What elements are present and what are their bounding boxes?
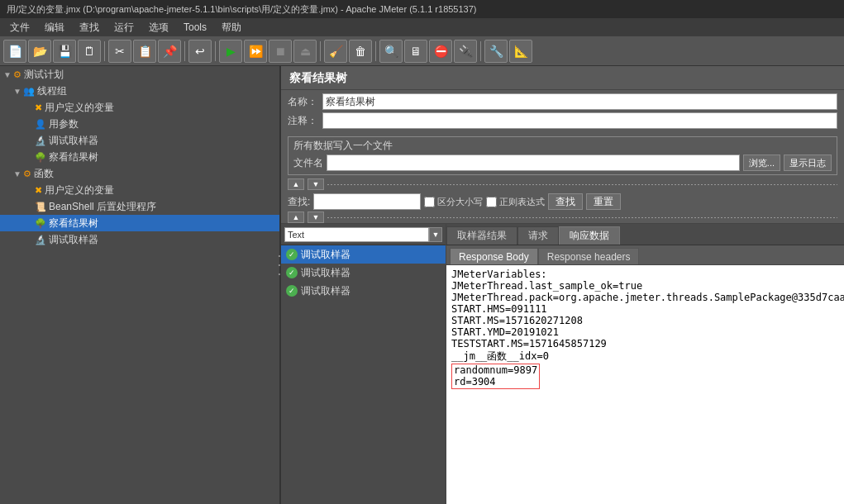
tree-item-uservars2[interactable]: ✖ 用户定义的变量 — [0, 182, 279, 198]
copy-button[interactable]: 📋 — [133, 40, 156, 63]
shutdown-button[interactable]: ⏏ — [293, 40, 317, 63]
right-panel: 察看结果树 名称： 注释： 所有数据写入一个文件 文件名 浏览... 显示日志 — [281, 66, 844, 504]
file-input[interactable] — [327, 155, 740, 171]
tree-item-threadgroup[interactable]: ▼ 👥 线程组 — [0, 83, 279, 99]
sampler-item[interactable]: ✓ 调试取样器 — [281, 245, 446, 264]
bottom-area: ▼ ✓ 调试取样器 ✓ 调试取样器 ✓ 调试取样器 — [281, 223, 844, 504]
title-bar: 用/定义的变量.jmx (D:\program\apache-jmeter-5.… — [0, 0, 844, 18]
sampler-item[interactable]: ✓ 调试取样器 — [281, 282, 446, 300]
tab-sampler-result[interactable]: 取样器结果 — [446, 226, 517, 245]
comment-label: 注释： — [288, 114, 317, 128]
undo-button[interactable]: ↩ — [188, 40, 212, 63]
tab-request[interactable]: 请求 — [517, 226, 559, 245]
tree-label: BeanShell 后置处理程序 — [49, 200, 156, 214]
clear-button[interactable]: 🧹 — [324, 40, 347, 63]
sampler-list: ▼ ✓ 调试取样器 ✓ 调试取样器 ✓ 调试取样器 — [281, 224, 446, 504]
start-no-pause-button[interactable]: ⏩ — [244, 40, 267, 63]
tree-item-testplan[interactable]: ▼ ⚙ 测试计划 — [0, 66, 279, 83]
tabs-bar: 取样器结果 请求 响应数据 — [446, 224, 844, 245]
tree-item-resulttree1[interactable]: 🌳 察看结果树 — [0, 149, 279, 165]
tree-item-param[interactable]: 👤 用参数 — [0, 116, 279, 132]
stop-button[interactable]: ⏹ — [269, 40, 292, 63]
paste-button[interactable]: 📌 — [158, 40, 181, 63]
search-toolbar-button[interactable]: 🔍 — [379, 40, 403, 63]
search-input[interactable] — [313, 193, 421, 210]
name-label: 名称： — [288, 95, 317, 109]
regex-checkbox[interactable] — [486, 197, 497, 207]
tab-response-data[interactable]: 响应数据 — [559, 226, 620, 245]
file-section-title: 所有数据写入一个文件 — [293, 139, 832, 153]
form-section: 名称： 注释： — [281, 90, 844, 135]
sampler-item[interactable]: ✓ 调试取样器 — [281, 264, 446, 282]
response-line: JMeterThread.last_sample_ok=true — [451, 280, 839, 292]
arrow-up-button[interactable]: ▲ — [288, 178, 304, 190]
menu-options[interactable]: 选项 — [142, 19, 175, 36]
comment-input[interactable] — [322, 112, 837, 129]
menu-tools[interactable]: Tools — [177, 20, 213, 35]
menu-run[interactable]: 运行 — [107, 19, 141, 36]
tree-toggle: ▼ — [3, 70, 12, 79]
reset-button[interactable]: 重置 — [586, 193, 621, 210]
open-button[interactable]: 📂 — [28, 40, 51, 63]
sub-tab-response-body[interactable]: Response Body — [450, 248, 538, 264]
menu-help[interactable]: 帮助 — [215, 19, 248, 36]
menu-edit[interactable]: 编辑 — [38, 19, 71, 36]
display-log-button[interactable]: 显示日志 — [784, 155, 832, 171]
dots-divider2 — [327, 217, 837, 218]
response-line: JMeterThread.pack=org.apache.jmeter.thre… — [451, 292, 839, 303]
sub-tab-response-headers[interactable]: Response headers — [538, 248, 640, 264]
template-button[interactable]: 📐 — [509, 40, 532, 63]
panel-header: 察看结果树 — [281, 66, 844, 90]
status-icon: ✓ — [286, 285, 298, 297]
response-line: START.YMD=20191021 — [451, 326, 839, 338]
arrow-up2-button[interactable]: ▲ — [288, 212, 304, 223]
menu-file[interactable]: 文件 — [3, 19, 36, 36]
search-button[interactable]: 查找 — [548, 193, 583, 210]
remote-start-button[interactable]: 🖥 — [404, 40, 427, 63]
title-text: 用/定义的变量.jmx (D:\program\apache-jmeter-5.… — [7, 3, 477, 16]
tree-item-sampler2[interactable]: 🔬 调试取样器 — [0, 231, 279, 248]
tree-item-uservars1[interactable]: ✖ 用户定义的变量 — [0, 99, 279, 116]
tree-label: 用参数 — [49, 117, 79, 131]
browse-button[interactable]: 浏览... — [743, 155, 780, 171]
filter-dropdown[interactable]: ▼ — [429, 227, 442, 242]
status-icon: ✓ — [286, 267, 298, 278]
file-label: 文件名 — [293, 156, 323, 170]
name-input[interactable] — [322, 93, 837, 110]
tree-label: 用户定义的变量 — [45, 183, 114, 197]
search-row: 查找: 区分大小写 正则表达式 查找 重置 — [281, 192, 844, 212]
dots-divider — [327, 184, 837, 185]
name-row: 名称： — [288, 93, 837, 110]
filter-input[interactable] — [284, 227, 429, 242]
remote-shutdown-button[interactable]: 🔌 — [454, 40, 477, 63]
sampler-list-header: ▼ — [281, 224, 446, 245]
function-helper-button[interactable]: 🔧 — [484, 40, 508, 63]
tree-label: 调试取样器 — [49, 134, 98, 148]
result-panel: 取样器结果 请求 响应数据 Response Body Response hea… — [446, 224, 844, 504]
remote-stop-button[interactable]: ⛔ — [429, 40, 452, 63]
response-content[interactable]: JMeterVariables: JMeterThread.last_sampl… — [446, 265, 844, 504]
tree-toggle: ▼ — [13, 169, 21, 178]
main-layout: ▼ ⚙ 测试计划 ▼ 👥 线程组 ✖ 用户定义的变量 👤 用参数 🔬 调试取样器… — [0, 66, 844, 504]
search-label: 查找: — [288, 195, 310, 209]
tree-item-beanshell[interactable]: 📜 BeanShell 后置处理程序 — [0, 198, 279, 215]
tree-item-function[interactable]: ▼ ⚙ 函数 — [0, 165, 279, 182]
tree-item-resulttree2[interactable]: 🌳 察看结果树 — [0, 215, 279, 231]
saveas-button[interactable]: 🗒 — [78, 40, 101, 63]
save-button[interactable]: 💾 — [53, 40, 76, 63]
clear-all-button[interactable]: 🗑 — [349, 40, 372, 63]
arrow-down-button[interactable]: ▼ — [308, 178, 324, 190]
case-sensitive-checkbox[interactable] — [424, 197, 435, 207]
regex-label: 正则表达式 — [486, 196, 545, 208]
menu-search[interactable]: 查找 — [73, 19, 106, 36]
cut-button[interactable]: ✂ — [108, 40, 131, 63]
new-button[interactable]: 📄 — [3, 40, 26, 63]
tree-item-sampler1[interactable]: 🔬 调试取样器 — [0, 132, 279, 149]
sampler-label: 调试取样器 — [301, 284, 350, 298]
arrow-down2-button[interactable]: ▼ — [308, 212, 324, 223]
run-button[interactable]: ▶ — [219, 40, 242, 63]
comment-row: 注释： — [288, 112, 837, 129]
arrow-row: ▲ ▼ — [281, 177, 844, 192]
tree-label: 调试取样器 — [49, 233, 98, 247]
sep1 — [104, 41, 105, 61]
